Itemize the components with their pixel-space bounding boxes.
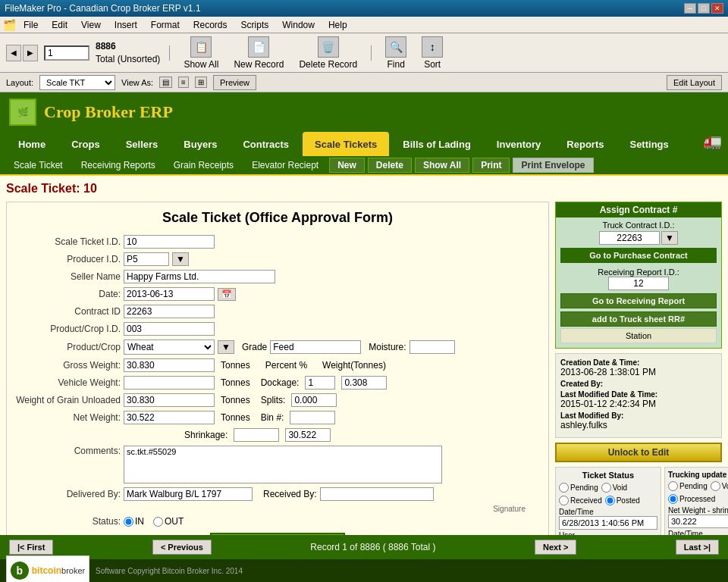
delete-record-btn[interactable]: 🗑️ Delete Record bbox=[294, 35, 362, 71]
posted-radio[interactable] bbox=[605, 496, 615, 505]
pending-label[interactable]: Pending bbox=[559, 483, 598, 493]
tab-scale-tickets[interactable]: Scale Tickets bbox=[303, 132, 389, 156]
moisture-input[interactable] bbox=[410, 340, 455, 354]
first-btn[interactable]: |< First bbox=[9, 540, 53, 555]
ticket-datetime-input[interactable] bbox=[559, 516, 657, 530]
tab-contracts[interactable]: Contracts bbox=[231, 132, 301, 156]
scale-ticket-id-input[interactable] bbox=[124, 235, 215, 249]
shrinkage-right-input[interactable] bbox=[285, 428, 331, 442]
truck-processed-label[interactable]: Processed bbox=[668, 494, 715, 504]
contract-id-input[interactable] bbox=[124, 305, 215, 318]
forward-btn[interactable]: ▶ bbox=[23, 45, 38, 61]
net-weight-shrinkage-input[interactable] bbox=[668, 515, 728, 528]
new-record-btn[interactable]: 📄 New Record bbox=[229, 35, 288, 71]
void-radio[interactable] bbox=[601, 483, 611, 493]
received-label[interactable]: Received bbox=[559, 496, 602, 505]
subnav-receiving-reports[interactable]: Receiving Reports bbox=[74, 158, 163, 172]
grain-weight-input[interactable] bbox=[124, 393, 215, 407]
sort-btn[interactable]: ↕️ Sort bbox=[417, 35, 447, 71]
view-table-icon[interactable]: ⊞ bbox=[195, 77, 207, 88]
subnav-delete-btn[interactable]: Delete bbox=[368, 158, 412, 173]
tab-buyers[interactable]: Buyers bbox=[171, 132, 229, 156]
producer-id-input[interactable] bbox=[124, 252, 169, 266]
next-btn[interactable]: Next > bbox=[535, 540, 576, 555]
grade-input[interactable] bbox=[270, 340, 361, 354]
status-out-radio[interactable] bbox=[153, 517, 163, 527]
purchase-contact-btn[interactable]: Go to Purchase Contract bbox=[560, 248, 717, 263]
splits-input[interactable] bbox=[291, 393, 337, 407]
seller-name-input[interactable] bbox=[124, 270, 275, 283]
record-number-input[interactable] bbox=[44, 45, 89, 61]
product-crop-select[interactable]: Wheat bbox=[124, 340, 215, 355]
last-btn[interactable]: Last >| bbox=[676, 540, 719, 555]
menu-edit[interactable]: Edit bbox=[46, 18, 74, 32]
received-radio[interactable] bbox=[559, 496, 569, 505]
status-in-label[interactable]: IN bbox=[124, 516, 144, 527]
subnav-scale-ticket[interactable]: Scale Ticket bbox=[6, 158, 71, 172]
menu-window[interactable]: Window bbox=[276, 18, 321, 32]
tab-bills-of-lading[interactable]: Bills of Lading bbox=[391, 132, 483, 156]
producer-dropdown-btn[interactable]: ▼ bbox=[172, 252, 189, 266]
shrinkage-input[interactable] bbox=[234, 428, 279, 442]
edit-layout-btn[interactable]: Edit Layout bbox=[667, 75, 722, 90]
product-crop-id-input[interactable] bbox=[124, 322, 215, 336]
gross-weight-input[interactable] bbox=[124, 358, 215, 372]
add-truck-btn[interactable]: add to Truck sheet RR# bbox=[560, 311, 717, 327]
receiving-report-input[interactable] bbox=[608, 277, 669, 290]
subnav-elevator-receipt[interactable]: Elevator Reciept bbox=[244, 158, 326, 172]
dockage-weight-input[interactable] bbox=[341, 376, 387, 390]
layout-select[interactable]: Scale TKT bbox=[39, 75, 115, 90]
dockage-input[interactable] bbox=[305, 376, 335, 390]
bin-input[interactable] bbox=[290, 411, 335, 424]
unlock-right-btn[interactable]: Unlock to Edit bbox=[555, 443, 722, 462]
menu-file[interactable]: File bbox=[17, 18, 44, 32]
net-weight-input[interactable] bbox=[124, 411, 215, 424]
bottom-unlock-btn[interactable]: Unlock to Edit bbox=[210, 533, 345, 535]
date-input[interactable] bbox=[124, 287, 215, 301]
tab-home[interactable]: Home bbox=[6, 132, 58, 156]
tab-sellers[interactable]: Sellers bbox=[114, 132, 171, 156]
prev-btn[interactable]: < Previous bbox=[152, 540, 212, 555]
menu-scripts[interactable]: Scripts bbox=[235, 18, 275, 32]
go-receiving-btn[interactable]: Go to Receiving Report bbox=[560, 293, 717, 308]
truck-pending-label[interactable]: Pending bbox=[668, 481, 708, 491]
status-in-radio[interactable] bbox=[124, 517, 133, 527]
truck-void-radio[interactable] bbox=[711, 481, 720, 491]
truck-contract-input[interactable] bbox=[599, 231, 660, 245]
tab-inventory[interactable]: Inventory bbox=[485, 132, 554, 156]
posted-label[interactable]: Posted bbox=[605, 496, 640, 505]
vehicle-weight-input[interactable] bbox=[124, 376, 215, 390]
truck-contract-dropdown[interactable]: ▼ bbox=[661, 231, 678, 245]
subnav-new-btn[interactable]: New bbox=[329, 158, 365, 173]
menu-view[interactable]: View bbox=[75, 18, 107, 32]
status-out-label[interactable]: OUT bbox=[153, 516, 184, 527]
view-form-icon[interactable]: ▤ bbox=[159, 77, 172, 88]
menu-help[interactable]: Help bbox=[322, 18, 353, 32]
truck-processed-radio[interactable] bbox=[668, 494, 678, 504]
delivered-by-input[interactable] bbox=[124, 487, 253, 501]
find-btn[interactable]: 🔍 Find bbox=[381, 35, 411, 71]
maximize-btn[interactable]: □ bbox=[698, 3, 710, 14]
subnav-show-all-btn[interactable]: Show All bbox=[415, 158, 469, 173]
tab-crops[interactable]: Crops bbox=[59, 132, 112, 156]
crop-dropdown-btn[interactable]: ▼ bbox=[218, 340, 234, 354]
calendar-icon[interactable]: 📅 bbox=[218, 288, 236, 301]
view-list-icon[interactable]: ≡ bbox=[178, 77, 189, 88]
close-btn[interactable]: ✕ bbox=[711, 3, 723, 14]
menu-insert[interactable]: Insert bbox=[108, 18, 143, 32]
minimize-btn[interactable]: ─ bbox=[684, 3, 696, 14]
void-label[interactable]: Void bbox=[601, 483, 627, 493]
subnav-grain-receipts[interactable]: Grain Receipts bbox=[166, 158, 241, 172]
pending-radio[interactable] bbox=[559, 483, 569, 493]
comments-textarea[interactable]: sc.tkt.#55029 bbox=[124, 446, 442, 483]
truck-pending-radio[interactable] bbox=[668, 481, 678, 491]
subnav-print-envelope-btn[interactable]: Print Envelope bbox=[513, 158, 593, 173]
show-all-btn[interactable]: 📋 Show All bbox=[179, 35, 223, 71]
truck-void-label[interactable]: Void bbox=[711, 481, 728, 491]
received-by-input[interactable] bbox=[320, 487, 434, 501]
tab-reports[interactable]: Reports bbox=[554, 132, 616, 156]
menu-records[interactable]: Records bbox=[187, 18, 234, 32]
tab-settings[interactable]: Settings bbox=[617, 132, 680, 156]
preview-btn[interactable]: Preview bbox=[213, 75, 256, 90]
menu-format[interactable]: Format bbox=[145, 18, 186, 32]
